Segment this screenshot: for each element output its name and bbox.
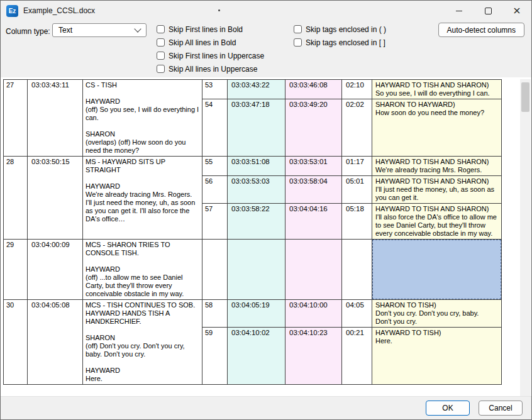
subtitle-row: 5303:03:43:2203:03:46:0802:10HAYWARD TO … bbox=[202, 80, 501, 99]
scene-number-cell[interactable]: 27 bbox=[4, 80, 28, 156]
subtitle-row: 5503:03:51:0803:03:53:0101:17HAYWARD TO … bbox=[202, 157, 501, 175]
subtitle-number-cell[interactable]: 55 bbox=[202, 157, 228, 175]
minimize-icon bbox=[456, 11, 462, 11]
subtitle-out-timecode-cell[interactable]: 03:04:10:23 bbox=[285, 328, 342, 384]
subtitle-duration-cell[interactable]: 02:02 bbox=[342, 99, 372, 156]
scene-number-cell[interactable]: 28 bbox=[4, 157, 28, 239]
scene-timecode-cell[interactable]: 03:04:00:09 bbox=[28, 240, 83, 299]
checkbox-box bbox=[294, 38, 302, 47]
subtitle-text-cell[interactable]: HAYWARD TO TISH) Here. bbox=[372, 328, 501, 384]
content-area: 2703:03:43:11CS - TISH HAYWARD (off) So … bbox=[1, 77, 531, 397]
titlebar-dot bbox=[218, 9, 220, 11]
maximize-icon bbox=[485, 8, 492, 14]
app-icon: Ez bbox=[6, 5, 18, 17]
subtitle-duration-cell[interactable] bbox=[342, 240, 372, 299]
subtitle-duration-cell[interactable]: 05:01 bbox=[342, 176, 372, 203]
checkbox-label: Skip All lines in Bold bbox=[169, 38, 236, 47]
scene-number-cell[interactable]: 29 bbox=[4, 240, 28, 299]
subtitle-out-timecode-cell[interactable]: 03:04:04:16 bbox=[285, 204, 342, 239]
subtitle-duration-cell[interactable]: 05:18 bbox=[342, 204, 372, 239]
subtitle-in-timecode-cell[interactable]: 03:03:51:08 bbox=[228, 157, 285, 175]
checkbox-skip-tags-brackets[interactable]: Skip tags enclosed in [ ] bbox=[294, 38, 386, 47]
subtitle-number-cell[interactable]: 53 bbox=[202, 80, 228, 99]
subtitle-in-timecode-cell[interactable]: 03:03:43:22 bbox=[228, 80, 285, 99]
subtitle-number-cell[interactable]: 54 bbox=[202, 99, 228, 156]
subtitle-in-timecode-cell[interactable]: 03:03:53:03 bbox=[228, 176, 285, 203]
subtitle-duration-cell[interactable]: 02:10 bbox=[342, 80, 372, 99]
scene-text-cell[interactable]: CS - TISH HAYWARD (off) So you see, I wi… bbox=[83, 80, 202, 156]
subtitle-number-cell[interactable]: 56 bbox=[202, 176, 228, 203]
close-button[interactable]: × bbox=[502, 1, 531, 21]
subtitle-row: 5803:04:05:1903:04:10:0004:05SHARON TO T… bbox=[202, 300, 501, 327]
subtitle-out-timecode-cell[interactable] bbox=[285, 240, 342, 299]
auto-detect-columns-button[interactable]: Auto-detect columns bbox=[438, 23, 524, 37]
subtitle-out-timecode-cell[interactable]: 03:03:46:08 bbox=[285, 80, 342, 99]
subtitle-group: 5503:03:51:0803:03:53:0101:17HAYWARD TO … bbox=[202, 157, 501, 239]
checkbox-box bbox=[157, 65, 165, 73]
scene-text-cell[interactable]: MS - HAYWARD SITS UP STRAIGHT HAYWARD We… bbox=[83, 157, 202, 239]
subtitle-in-timecode-cell[interactable]: 03:03:58:22 bbox=[228, 204, 285, 239]
checkbox-skip-tags-parentheses[interactable]: Skip tags enclosed in ( ) bbox=[294, 25, 386, 33]
minimize-button[interactable] bbox=[445, 1, 474, 21]
checkbox-label: Skip All lines in Uppercase bbox=[169, 65, 257, 74]
scene-row: 3003:04:05:08MCS - TISH CONTINUES TO SOB… bbox=[4, 299, 501, 384]
skip-options-group-right: Skip tags enclosed in ( ) Skip tags encl… bbox=[294, 25, 386, 47]
ok-button[interactable]: OK bbox=[426, 401, 470, 416]
maximize-button[interactable] bbox=[474, 1, 502, 21]
column-type-dropdown[interactable]: Text bbox=[52, 23, 147, 37]
subtitle-number-cell[interactable] bbox=[202, 240, 228, 299]
vertical-scrollbar[interactable] bbox=[520, 79, 531, 397]
subtitle-in-timecode-cell[interactable] bbox=[228, 240, 285, 299]
checkbox-label: Skip First lines in Bold bbox=[169, 25, 243, 34]
subtitle-text-cell[interactable]: HAYWARD TO TISH AND SHARON) We're alread… bbox=[372, 157, 501, 175]
subtitle-text-cell[interactable]: HAYWARD TO TISH AND SHARON) I'll also fo… bbox=[372, 204, 501, 239]
subtitle-out-timecode-cell[interactable]: 03:04:10:00 bbox=[285, 300, 342, 327]
subtitle-out-timecode-cell[interactable]: 03:03:53:01 bbox=[285, 157, 342, 175]
scene-timecode-cell[interactable]: 03:03:43:11 bbox=[28, 80, 83, 156]
subtitle-number-cell[interactable]: 58 bbox=[202, 300, 228, 327]
dialog-window: Ez Example_CCSL.docx × Column type: Text… bbox=[0, 0, 532, 420]
scrollbar-thumb[interactable] bbox=[521, 82, 529, 112]
chevron-down-icon bbox=[134, 25, 141, 32]
subtitle-out-timecode-cell[interactable]: 03:03:49:20 bbox=[285, 99, 342, 156]
subtitle-text-cell-selected[interactable] bbox=[372, 240, 501, 299]
subtitle-row bbox=[202, 240, 501, 299]
subtitle-text-cell[interactable]: SHARON TO HAYWARD) How soon do you need … bbox=[372, 99, 501, 156]
checkbox-label: Skip tags enclosed in ( ) bbox=[306, 25, 386, 34]
subtitle-out-timecode-cell[interactable]: 03:03:58:04 bbox=[285, 176, 342, 203]
subtitle-in-timecode-cell[interactable]: 03:03:47:18 bbox=[228, 99, 285, 156]
titlebar: Ez Example_CCSL.docx × bbox=[1, 1, 531, 21]
scene-timecode-cell[interactable]: 03:04:05:08 bbox=[28, 300, 83, 384]
subtitle-duration-cell[interactable]: 01:17 bbox=[342, 157, 372, 175]
subtitle-text-cell[interactable]: HAYWARD TO TISH AND SHARON) So you see, … bbox=[372, 80, 501, 99]
checkbox-label: Skip First lines in Uppercase bbox=[169, 52, 264, 60]
subtitle-duration-cell[interactable]: 04:05 bbox=[342, 300, 372, 327]
checkbox-skip-all-lines-bold[interactable]: Skip All lines in Bold bbox=[157, 38, 264, 47]
checkbox-box bbox=[157, 38, 165, 47]
skip-options-group-left: Skip First lines in Bold Skip All lines … bbox=[157, 25, 264, 73]
subtitle-in-timecode-cell[interactable]: 03:04:10:02 bbox=[228, 328, 285, 384]
subtitle-number-cell[interactable]: 59 bbox=[202, 328, 228, 384]
subtitle-number-cell[interactable]: 57 bbox=[202, 204, 228, 239]
checkbox-label: Skip tags enclosed in [ ] bbox=[306, 38, 385, 47]
scene-number-cell[interactable]: 30 bbox=[4, 300, 28, 384]
subtitle-in-timecode-cell[interactable]: 03:04:05:19 bbox=[228, 300, 285, 327]
subtitle-text-cell[interactable]: SHARON TO TISH) Don't you cry. Don't you… bbox=[372, 300, 501, 327]
scene-text-cell[interactable]: MCS - TISH CONTINUES TO SOB. HAYWARD HAN… bbox=[83, 300, 202, 384]
subtitle-row: 5703:03:58:2203:04:04:1605:18HAYWARD TO … bbox=[202, 203, 501, 239]
subtitle-duration-cell[interactable]: 00:21 bbox=[342, 328, 372, 384]
subtitle-text-cell[interactable]: HAYWARD TO TISH AND SHARON) I'll just ne… bbox=[372, 176, 501, 203]
scene-row: 2903:04:00:09MCS - SHARON TRIES TO CONSO… bbox=[4, 239, 501, 299]
checkbox-box bbox=[294, 25, 302, 33]
scene-text-cell[interactable]: MCS - SHARON TRIES TO CONSOLE TISH. HAYW… bbox=[83, 240, 202, 299]
subtitle-group bbox=[202, 240, 501, 299]
footer: OK Cancel bbox=[1, 396, 531, 419]
subtitle-row: 5903:04:10:0203:04:10:2300:21HAYWARD TO … bbox=[202, 327, 501, 384]
scene-timecode-cell[interactable]: 03:03:50:15 bbox=[28, 157, 83, 239]
checkbox-skip-first-lines-uppercase[interactable]: Skip First lines in Uppercase bbox=[157, 52, 264, 60]
checkbox-box bbox=[157, 52, 165, 60]
cancel-button[interactable]: Cancel bbox=[479, 401, 523, 416]
subtitle-group: 5803:04:05:1903:04:10:0004:05SHARON TO T… bbox=[202, 300, 501, 384]
checkbox-skip-first-lines-bold[interactable]: Skip First lines in Bold bbox=[157, 25, 264, 33]
checkbox-skip-all-lines-uppercase[interactable]: Skip All lines in Uppercase bbox=[157, 65, 264, 73]
